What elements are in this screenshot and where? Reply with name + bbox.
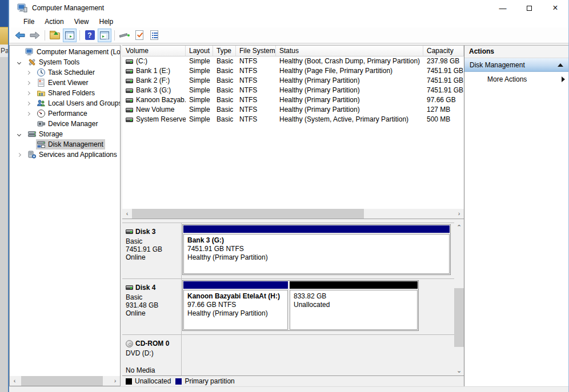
partition-unallocated[interactable]: 833.82 GBUnallocated — [290, 281, 418, 330]
tree-node[interactable]: Disk Management — [36, 139, 105, 149]
volume-row-system-reserved[interactable]: System ReservedSimpleBasicNTFSHealthy (S… — [122, 115, 464, 124]
chevron-down-icon[interactable] — [17, 132, 21, 136]
column-header-capacity[interactable]: Capacity — [423, 46, 464, 56]
volume-row-c[interactable]: (C:)SimpleBasicNTFSHealthy (Boot, Crash … — [122, 56, 464, 66]
menubar: File Action View Help — [9, 16, 568, 27]
scrollbar-track[interactable] — [132, 209, 454, 219]
show-console-tree-button[interactable] — [63, 29, 77, 42]
scroll-up-icon[interactable]: ⌃ — [454, 223, 464, 232]
tree-item-services-and-applications[interactable]: Services and Applications — [10, 149, 120, 160]
scroll-left-icon[interactable]: ‹ — [122, 209, 132, 219]
scrollbar-track[interactable] — [454, 232, 464, 366]
column-header-volume[interactable]: Volume — [122, 46, 186, 56]
tree-item-disk-management[interactable]: Disk Management — [10, 139, 120, 149]
scroll-right-icon[interactable]: › — [454, 209, 464, 219]
tree-horizontal-scrollbar[interactable]: ‹ › — [10, 376, 120, 386]
volume-row-kanoon-bazyab[interactable]: Kanoon Bazyab...SimpleBasicNTFSHealthy (… — [122, 95, 464, 105]
checklist-button[interactable] — [147, 29, 161, 42]
volume-row-new-volume[interactable]: New VolumeSimpleBasicNTFSHealthy (Primar… — [122, 105, 464, 115]
titlebar[interactable]: Computer Management — × — [9, 0, 568, 16]
help-button[interactable]: ? — [83, 29, 97, 42]
more-actions-item[interactable]: More Actions — [464, 72, 568, 86]
chevron-down-icon[interactable] — [17, 60, 21, 64]
forward-button[interactable] — [28, 29, 42, 42]
column-header-type[interactable]: Type — [213, 46, 236, 56]
legend-label: Primary partition — [185, 377, 234, 385]
disk-vertical-scrollbar[interactable]: ⌃ ⌄ — [454, 223, 464, 375]
menu-file[interactable]: File — [18, 16, 39, 27]
partition-bank-3-g[interactable]: Bank 3 (G:)7451.91 GB NTFSHealthy (Prima… — [183, 225, 450, 274]
menu-help[interactable]: Help — [94, 16, 119, 27]
chevron-right-icon[interactable] — [26, 80, 30, 84]
column-header-file-system[interactable]: File System — [236, 46, 276, 56]
menu-action[interactable]: Action — [39, 16, 69, 27]
disk-row-disk-3[interactable]: Disk 3Basic7451.91 GBOnlineBank 3 (G:)74… — [122, 223, 454, 278]
tree-node[interactable]: Task Scheduler — [36, 67, 97, 78]
chevron-right-icon[interactable] — [26, 70, 30, 74]
volume-rows: (C:)SimpleBasicNTFSHealthy (Boot, Crash … — [122, 56, 464, 124]
tree-item-local-users-and-groups[interactable]: Local Users and Groups — [10, 98, 120, 108]
legend-item-unallocated: Unallocated — [126, 377, 171, 385]
scrollbar-thumb[interactable] — [21, 376, 103, 386]
menu-view[interactable]: View — [69, 16, 94, 27]
volume-row-bank-2-f[interactable]: Bank 2 (F:)SimpleBasicNTFSHealthy (Prima… — [122, 76, 464, 86]
tree-item-performance[interactable]: Performance — [10, 108, 120, 119]
tree-node[interactable]: Local Users and Groups — [36, 98, 120, 108]
partition-legend: Unallocated Primary partition — [122, 375, 464, 386]
volume-type-cell: Basic — [213, 86, 236, 95]
check-document-button[interactable] — [133, 29, 146, 42]
tree-item-computer-management-local[interactable]: Computer Management (Local — [10, 47, 120, 57]
chevron-right-icon[interactable] — [26, 101, 30, 105]
close-button[interactable]: × — [542, 0, 568, 16]
chevron-right-icon[interactable] — [26, 111, 30, 115]
tree-node[interactable]: Shared Folders — [36, 88, 97, 98]
collapse-icon[interactable] — [558, 63, 563, 67]
disk-state: No Media — [126, 366, 181, 374]
tree-item-storage[interactable]: Storage — [10, 129, 120, 139]
tree-item-event-viewer[interactable]: Event Viewer — [10, 78, 120, 88]
tree-node[interactable]: Event Viewer — [36, 78, 90, 88]
maximize-button[interactable] — [516, 0, 542, 16]
scrollbar-thumb[interactable] — [132, 209, 364, 219]
partition-status: Healthy (Primary Partition) — [187, 253, 449, 262]
disk-label-disk-4[interactable]: Disk 4Basic931.48 GBOnline — [122, 279, 182, 334]
chevron-right-icon[interactable] — [17, 152, 21, 156]
tree-item-device-manager[interactable]: Device Manager — [10, 119, 120, 129]
remote-tool-button[interactable] — [118, 29, 131, 42]
volume-status-cell: Healthy (Page File, Primary Partition) — [276, 66, 423, 76]
scroll-down-icon[interactable]: ⌄ — [454, 366, 464, 375]
minimize-button[interactable]: — — [490, 0, 516, 16]
tree-node[interactable]: Device Manager — [36, 119, 99, 129]
volume-row-bank-1-e[interactable]: Bank 1 (E:)SimpleBasicNTFSHealthy (Page … — [122, 66, 464, 76]
export-list-button[interactable] — [48, 29, 62, 42]
tree-node[interactable]: Storage — [27, 129, 65, 139]
volume-row-bank-3-g[interactable]: Bank 3 (G:)SimpleBasicNTFSHealthy (Prima… — [122, 86, 464, 95]
disk-row-disk-4[interactable]: Disk 4Basic931.48 GBOnlineKanoon Bazyabi… — [122, 278, 454, 334]
show-action-pane-button[interactable] — [98, 29, 111, 42]
volume-name-cell: Kanoon Bazyab... — [122, 95, 186, 105]
tree-node[interactable]: System Tools — [27, 57, 81, 67]
tree-item-task-scheduler[interactable]: Task Scheduler — [10, 67, 120, 78]
disk-label-cd-rom-0[interactable]: CD-ROM 0DVD (D:)No Media — [122, 335, 182, 375]
column-header-status[interactable]: Status — [276, 46, 423, 56]
disk-row-cd-rom-0[interactable]: CD-ROM 0DVD (D:)No Media — [122, 334, 454, 375]
tree-item-system-tools[interactable]: System Tools — [10, 57, 120, 67]
partition-kanoon-bazyabi-etelaat-h[interactable]: Kanoon Bazyabi EtelaAt (H:)97.66 GB NTFS… — [183, 281, 288, 330]
scrollbar-thumb[interactable] — [454, 288, 464, 347]
tree-node[interactable]: Computer Management (Local — [25, 47, 120, 57]
volume-horizontal-scrollbar[interactable]: ‹ › — [122, 209, 464, 219]
tree-node[interactable]: Services and Applications — [27, 149, 119, 160]
scroll-left-icon[interactable]: ‹ — [10, 376, 19, 386]
column-header-layout[interactable]: Layout — [186, 46, 213, 56]
volume-file-system-cell: NTFS — [236, 95, 276, 105]
tree-item-shared-folders[interactable]: Shared Folders — [10, 88, 120, 98]
scroll-right-icon[interactable]: › — [110, 376, 120, 386]
disk-label-disk-3[interactable]: Disk 3Basic7451.91 GBOnline — [122, 223, 182, 278]
actions-group-disk-management[interactable]: Disk Management — [464, 58, 568, 72]
scrollbar-track[interactable] — [19, 376, 110, 386]
unallocated-color-bar — [290, 281, 418, 289]
back-button[interactable] — [13, 29, 27, 42]
tree-node[interactable]: Performance — [36, 108, 89, 119]
chevron-right-icon[interactable] — [26, 91, 30, 95]
volume-layout-cell: Simple — [186, 115, 213, 124]
